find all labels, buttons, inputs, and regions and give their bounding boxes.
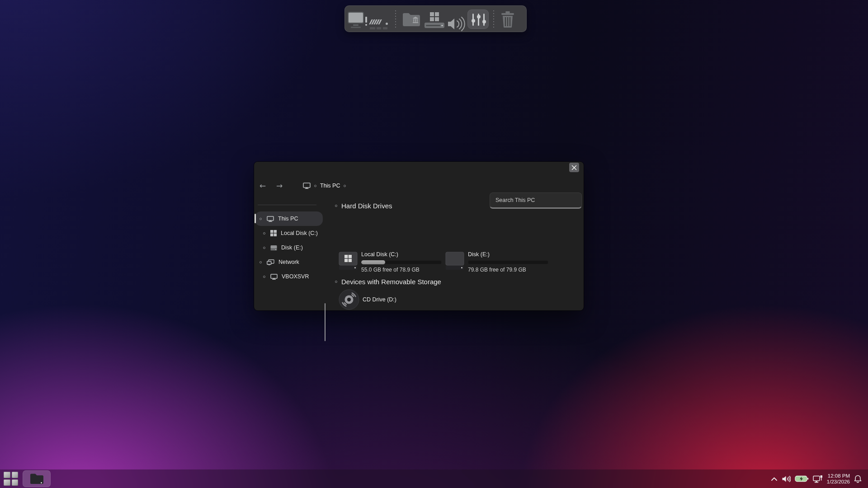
drive-tile-disk-e[interactable]: Disk (E:) 79.8 GB free of 79.9 GB [444,251,548,273]
clock-date: 1/23/2026 [827,479,850,485]
expander-icon[interactable] [263,232,265,235]
drive-icon [270,245,277,251]
system-tray: 12:08 PM 1/23/2026 [771,469,862,488]
drive-tile-local-disk-c[interactable]: Local Disk (C:) 55.0 GB free of 78.9 GB [338,251,442,273]
capacity-bar [361,260,442,264]
drive-name: CD Drive (D:) [363,296,396,303]
sidebar-item-label: Network [278,259,299,265]
hidden-icons-chevron-icon[interactable] [771,477,778,481]
notification-bell-icon[interactable] [854,475,862,483]
toolbar-separator [493,9,494,29]
close-button[interactable] [569,163,579,172]
sidebar-item-label: This PC [278,216,298,222]
sidebar-item-label: Disk (E:) [281,244,303,251]
start-button[interactable] [4,472,18,486]
vm-mini-toolbar [344,5,527,32]
desktop: ← → This PC [0,0,868,488]
toolbar-separator [395,9,396,29]
ghost-shape [383,27,387,29]
sidebar-scrollbar[interactable] [325,303,326,341]
navigation-bar: ← → This PC [254,178,584,193]
back-button[interactable]: ← [257,178,268,193]
network-icon[interactable] [813,475,823,483]
ghost-shape [370,27,375,29]
capacity-bar [468,260,548,264]
file-explorer-window: ← → This PC [254,162,584,310]
monitor-icon [303,183,311,189]
windows-logo-icon [270,230,277,236]
display-icon-stand [353,24,359,26]
expander-icon[interactable] [263,276,265,278]
breadcrumb[interactable]: This PC [303,178,346,193]
ghost-shape [377,27,381,29]
sidebar-item-vboxsvr[interactable]: VBOXSVR [254,269,326,284]
expander-icon[interactable] [263,247,265,249]
clock-time: 12:08 PM [827,473,850,479]
section-expander-icon[interactable] [335,205,337,207]
display-icon-base [351,27,361,28]
drive-name: Disk (E:) [468,251,548,258]
audio-icon[interactable] [447,16,467,32]
free-space-text: 79.8 GB free of 79.9 GB [468,267,548,273]
section-header-removable-storage: Devices with Removable Storage [335,278,441,286]
sidebar-item-network[interactable]: Network [254,255,326,269]
drive-tile-cd-drive-d[interactable]: CD Drive (D:) [338,289,396,310]
sidebar-item-this-pc[interactable]: This PC [255,211,323,226]
display-icon[interactable] [349,13,363,23]
expander-icon[interactable] [259,261,262,263]
breadcrumb-separator-icon [314,185,316,187]
sidebar-item-local-disk-c[interactable]: Local Disk (C:) [254,226,326,240]
navigation-pane: This PC Local Disk (C:) [254,199,326,310]
sidebar-item-label: VBOXSVR [282,273,309,280]
cd-disc-icon [338,289,360,310]
forward-button[interactable]: → [274,178,285,193]
volume-icon[interactable] [782,475,791,483]
section-header-hard-disk-drives: Hard Disk Drives [335,202,392,210]
monitor-icon [270,274,278,280]
selection-indicator [255,214,256,223]
close-icon [571,165,577,170]
section-title: Devices with Removable Storage [341,278,441,286]
taskbar-file-explorer-button[interactable] [23,470,51,487]
expander-icon[interactable] [259,218,262,220]
sidebar-divider [258,205,316,205]
breadcrumb-location[interactable]: This PC [320,183,340,189]
mixer-icon[interactable] [467,9,489,29]
battery-charging-icon[interactable] [795,475,809,483]
breadcrumb-separator-icon [344,185,346,187]
section-expander-icon[interactable] [335,281,337,283]
taskbar-clock[interactable]: 12:08 PM 1/23/2026 [827,473,850,485]
indicator-dot-icon [386,23,388,25]
taskbar: 12:08 PM 1/23/2026 [0,469,868,488]
input-indicator-icon[interactable] [365,17,367,23]
windows-drive-icon[interactable] [424,11,445,28]
hard-drive-icon [444,251,465,271]
input-indicator-dot [365,24,367,26]
folder-icon [29,473,44,485]
trash-icon[interactable] [500,11,515,28]
drive-name: Local Disk (C:) [361,251,442,258]
shared-folder-icon[interactable] [402,12,421,27]
capacity-bar-fill [361,260,385,264]
hatch-marks-icon [370,19,381,24]
monitor-icon [267,216,274,222]
free-space-text: 55.0 GB free of 78.9 GB [361,267,442,273]
content-pane: Hard Disk Drives Local Disk (C:) [332,199,584,310]
sidebar-item-label: Local Disk (C:) [281,230,318,236]
sidebar-item-disk-e[interactable]: Disk (E:) [254,240,326,255]
hard-drive-windows-icon [338,251,359,271]
network-icon [267,259,274,265]
section-title: Hard Disk Drives [341,202,392,210]
